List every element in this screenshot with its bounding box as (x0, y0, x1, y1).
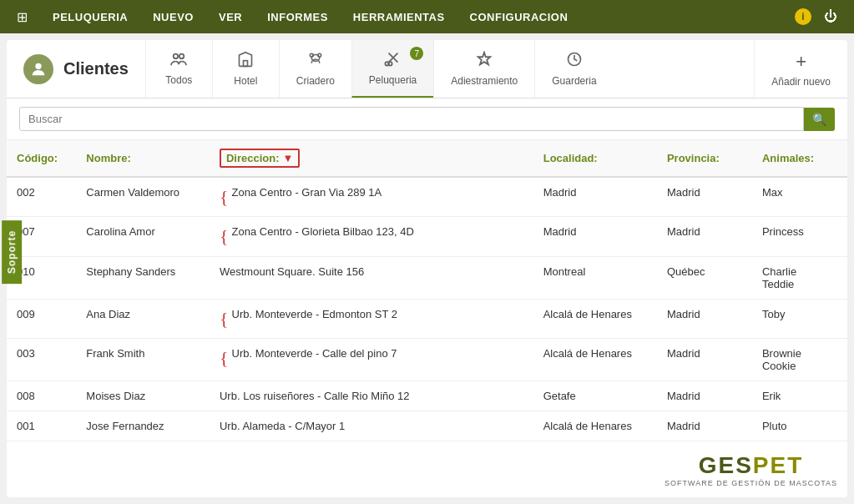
todos-icon (169, 52, 188, 71)
address-text: Zona Centro - Gran Via 289 1A (232, 186, 382, 199)
logo-ges: GES (699, 452, 753, 478)
cell-localidad: Alcalá de Henares (533, 339, 657, 381)
tab-todos-label: Todos (165, 74, 192, 86)
cell-localidad: Madrid (533, 217, 657, 256)
cell-code: 001 (7, 411, 76, 441)
table-row[interactable]: 010Stephany SandersWestmount Square. Sui… (7, 256, 847, 299)
nav-herramientas[interactable]: HERRAMIENTAS (353, 11, 445, 23)
nav-configuracion[interactable]: CONFIGURACION (470, 11, 568, 23)
cell-provincia: Madrid (657, 411, 752, 441)
red-brace-icon: { (220, 225, 229, 247)
address-text: Zona Centro - Glorieta Bilbao 123, 4D (232, 225, 414, 238)
tab-hotel[interactable]: Hotel (212, 40, 279, 98)
tab-hotel-label: Hotel (234, 75, 257, 87)
address-text: Urb. Los ruiseñores - Calle Rio Miño 12 (220, 390, 410, 402)
guarderia-icon (566, 51, 583, 72)
red-brace-icon: { (220, 186, 229, 208)
cell-animales: Princess (752, 217, 847, 256)
col-direccion-header[interactable]: Direccion: ▼ (210, 140, 533, 177)
table-container: Código: Nombre: Direccion: ▼ Localidad: (7, 140, 847, 497)
hotel-icon (237, 51, 254, 72)
svg-rect-3 (244, 61, 248, 67)
cell-address: Urb. Los ruiseñores - Calle Rio Miño 12 (210, 381, 533, 411)
col-animales-header: Animales: (752, 140, 847, 177)
table-header-row: Código: Nombre: Direccion: ▼ Localidad: (7, 140, 847, 177)
table-body: 002Carmen Valdemoro{Zona Centro - Gran V… (7, 177, 847, 441)
cell-name: Carolina Amor (76, 217, 210, 256)
grid-icon[interactable]: ⊞ (17, 9, 28, 25)
svg-point-2 (179, 54, 184, 58)
svg-point-7 (318, 53, 321, 57)
tab-adiestramiento[interactable]: Adiestramiento (433, 40, 534, 98)
svg-point-9 (388, 62, 392, 66)
cell-address: {Urb. Monteverde - Calle del pino 7 (210, 339, 533, 377)
nav-ver[interactable]: VER (219, 11, 242, 23)
cell-name: Ana Diaz (76, 299, 210, 338)
cell-name: Frank Smith (76, 339, 210, 381)
tab-adiestramiento-label: Adiestramiento (451, 75, 518, 87)
search-button[interactable]: 🔍 (804, 108, 835, 131)
logo-sub: SOFTWARE DE GESTIÓN DE MASCOTAS (665, 479, 837, 487)
add-new-button[interactable]: + Añadir nuevo (754, 40, 847, 98)
logo-text: GESPET (665, 452, 837, 479)
cell-localidad: Montreal (533, 256, 657, 299)
cell-animales: Max (752, 177, 847, 217)
soporte-tab[interactable]: Soporte (2, 220, 22, 284)
table-row[interactable]: 003Frank Smith{Urb. Monteverde - Calle d… (7, 339, 847, 381)
tab-guarderia[interactable]: Guarderia (534, 40, 613, 98)
search-area: 🔍 (7, 98, 847, 140)
red-brace-icon: { (220, 347, 229, 369)
cell-localidad: Alcalá de Henares (533, 411, 657, 441)
cell-code: 009 (7, 299, 76, 338)
nav-peluqueria[interactable]: PELUQUERIA (53, 11, 128, 23)
col-provincia-header: Provincia: (657, 140, 752, 177)
cell-provincia: Madrid (657, 177, 752, 217)
clients-table: Código: Nombre: Direccion: ▼ Localidad: (7, 140, 847, 441)
cell-animales: Pluto (752, 411, 847, 441)
cell-address: {Zona Centro - Gran Via 289 1A (210, 178, 533, 216)
cell-localidad: Getafe (533, 381, 657, 411)
nav-right-section: i ⏻ (795, 8, 837, 25)
nav-nuevo[interactable]: NUEVO (153, 11, 194, 23)
cell-animales: BrownieCookie (752, 339, 847, 381)
cell-code: 008 (7, 381, 76, 411)
cell-name: Carmen Valdemoro (76, 177, 210, 217)
cell-provincia: Québec (657, 256, 752, 299)
address-text: Westmount Square. Suite 156 (220, 265, 364, 278)
table-row[interactable]: 009Ana Diaz{Urb. Monteverde - Edmonton S… (7, 299, 847, 338)
cell-localidad: Madrid (533, 177, 657, 217)
cell-name: Moises Diaz (76, 381, 210, 411)
search-input[interactable] (19, 107, 804, 131)
nav-informes[interactable]: INFORMES (267, 11, 328, 23)
address-text: Urb. Monteverde - Calle del pino 7 (232, 347, 397, 360)
direccion-header-label: Direccion: (226, 152, 280, 164)
table-row[interactable]: 002Carmen Valdemoro{Zona Centro - Gran V… (7, 177, 847, 217)
tab-criadero[interactable]: Criadero (279, 40, 351, 98)
cell-animales: Toby (752, 299, 847, 338)
cell-localidad: Alcalá de Henares (533, 299, 657, 338)
peluqueria-badge: 7 (410, 47, 423, 60)
criadero-icon (306, 51, 325, 72)
plus-icon: + (796, 51, 806, 73)
table-row[interactable]: 001Jose FernandezUrb. Alameda - C/Mayor … (7, 411, 847, 441)
clientes-section: Clientes (7, 40, 145, 98)
cell-provincia: Madrid (657, 339, 752, 381)
gespet-logo: GESPET SOFTWARE DE GESTIÓN DE MASCOTAS (665, 452, 837, 487)
table-row[interactable]: 008Moises DiazUrb. Los ruiseñores - Call… (7, 381, 847, 411)
page-title: Clientes (63, 59, 129, 78)
tab-peluqueria[interactable]: 7 Peluqueria (351, 40, 433, 98)
tab-todos[interactable]: Todos (145, 40, 212, 98)
tabs-area: Todos Hotel (145, 40, 754, 98)
table-row[interactable]: 007Carolina Amor{Zona Centro - Glorieta … (7, 217, 847, 256)
svg-point-0 (35, 63, 41, 68)
cell-address: Westmount Square. Suite 156 (210, 257, 533, 286)
clientes-avatar (23, 54, 53, 84)
tab-guarderia-label: Guarderia (552, 75, 596, 87)
soporte-label: Soporte (6, 230, 18, 274)
svg-point-1 (174, 54, 178, 58)
cell-address: Urb. Alameda - C/Mayor 1 (210, 411, 533, 441)
power-icon[interactable]: ⏻ (824, 9, 837, 24)
cell-name: Jose Fernandez (76, 411, 210, 441)
info-icon[interactable]: i (795, 8, 811, 25)
cell-animales: Erik (752, 381, 847, 411)
